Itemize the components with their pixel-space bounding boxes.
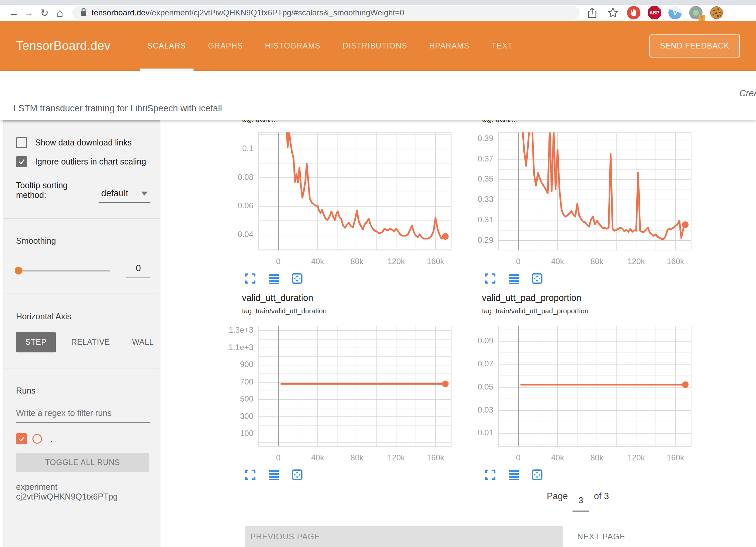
axis-wall-button[interactable]: WALL (125, 332, 160, 352)
show-download-links-checkbox[interactable] (16, 137, 27, 148)
url-path: /experiment/cj2vtPiwQHKN9Q1tx6PTpg/#scal… (149, 8, 404, 17)
url-bar[interactable]: tensorboard.dev/experiment/cj2vtPiwQHKN9… (72, 6, 580, 20)
fullscreen-icon[interactable] (244, 272, 257, 285)
horizontal-axis-section: Horizontal Axis STEP RELATIVE WALL (3, 294, 160, 368)
chart-card-top-left: tag: train/… 0.040.060.080.1040k80k120k1… (223, 120, 453, 285)
content: Show data download links Ignore outliers… (0, 120, 756, 547)
forward-icon[interactable]: → (21, 5, 37, 20)
svg-text:80k: 80k (351, 257, 364, 266)
svg-text:80k: 80k (351, 453, 364, 462)
svg-text:0.39: 0.39 (478, 134, 493, 143)
svg-text:0.29: 0.29 (478, 235, 493, 244)
tab-distributions[interactable]: DISTRIBUTIONS (341, 21, 409, 71)
scalar-chart-svg[interactable]: 0.040.060.080.1040k80k120k160k (223, 132, 453, 269)
page-of-label: of 3 (594, 491, 609, 502)
svg-text:1.3e+3: 1.3e+3 (229, 325, 253, 334)
tab-scalars[interactable]: SCALARS (145, 21, 188, 71)
svg-text:0.31: 0.31 (478, 215, 493, 224)
scalar-chart-svg[interactable]: 0.290.310.330.350.370.39040k80k120k160k (463, 132, 693, 269)
svg-text:0.37: 0.37 (478, 154, 493, 163)
url-text[interactable]: tensorboard.dev/experiment/cj2vtPiwQHKN9… (92, 8, 404, 17)
bookmark-star-icon[interactable] (606, 6, 620, 19)
pagination-buttons: PREVIOUS PAGE NEXT PAGE (245, 526, 756, 547)
home-icon[interactable]: ⌂ (52, 5, 68, 20)
chart-actions (484, 468, 693, 481)
chart-title: valid_utt_duration (242, 293, 453, 303)
view-runs-icon[interactable] (507, 272, 520, 285)
run-row: . (16, 433, 150, 444)
page-number-input[interactable]: 3 (573, 496, 589, 512)
smoothing-label: Smoothing (16, 236, 150, 246)
previous-page-button[interactable]: PREVIOUS PAGE (245, 526, 563, 547)
fullscreen-icon[interactable] (484, 468, 497, 481)
send-feedback-button[interactable]: SEND FEEDBACK (649, 34, 740, 58)
tab-graphs[interactable]: GRAPHS (206, 21, 245, 71)
axis-step-button[interactable]: STEP (16, 332, 56, 352)
privacy-extension-icon[interactable]: 1 (689, 6, 703, 19)
chart-actions (484, 272, 693, 285)
share-icon[interactable] (586, 6, 599, 19)
runs-section: Runs . TOGGLE ALL RUNS experiment cj2vtP… (3, 368, 160, 517)
svg-text:120k: 120k (387, 257, 405, 266)
chart-actions (244, 468, 453, 481)
subheader: Crea LSTM transducer training for LibriS… (0, 71, 756, 120)
smoothing-slider-knob[interactable] (15, 267, 22, 275)
fullscreen-icon[interactable] (244, 468, 257, 481)
svg-text:0.07: 0.07 (478, 359, 493, 368)
svg-text:80k: 80k (591, 257, 604, 266)
svg-text:0: 0 (276, 453, 280, 462)
run-checkbox[interactable] (16, 433, 27, 444)
view-runs-icon[interactable] (267, 468, 280, 481)
reload-icon[interactable]: ↻ (37, 5, 52, 20)
svg-text:0.06: 0.06 (238, 201, 253, 210)
fit-domain-icon[interactable] (291, 468, 303, 481)
abp-extension-icon[interactable]: ABP (648, 6, 661, 19)
view-runs-icon[interactable] (267, 272, 280, 285)
scalar-chart-svg[interactable]: 1003005007009001.1e+31.3e+3040k80k120k16… (223, 323, 453, 466)
svg-text:100: 100 (240, 429, 253, 438)
fullscreen-icon[interactable] (484, 272, 497, 285)
svg-text:0.08: 0.08 (238, 173, 253, 182)
show-download-links-label: Show data download links (35, 138, 132, 147)
tab-hparams[interactable]: HPARAMS (427, 21, 471, 71)
cookie-extension-icon[interactable] (710, 6, 723, 19)
charts-row-2: valid_utt_duration tag: train/valid_utt_… (223, 293, 756, 481)
lock-icon (80, 8, 87, 18)
svg-text:160k: 160k (427, 453, 445, 462)
show-download-links-row[interactable]: Show data download links (16, 137, 150, 148)
app-logo: TensorBoard.dev (16, 39, 111, 53)
ignore-outliers-checkbox[interactable] (16, 156, 27, 167)
v-extension-icon[interactable]: V (668, 6, 682, 19)
svg-text:0: 0 (516, 257, 520, 266)
scalar-chart-svg[interactable]: 0.010.030.050.070.09040k80k120k160k (463, 323, 693, 466)
fit-domain-icon[interactable] (531, 272, 543, 285)
toggle-all-runs-button[interactable]: TOGGLE ALL RUNS (16, 453, 149, 472)
fit-domain-icon[interactable] (291, 272, 303, 285)
page-label: Page (547, 491, 568, 502)
adblock-hand-extension-icon[interactable] (627, 6, 640, 19)
back-icon[interactable]: ← (6, 5, 21, 20)
tooltip-sorting-row: Tooltip sorting method: default (16, 181, 150, 203)
svg-text:160k: 160k (667, 257, 684, 266)
ignore-outliers-row[interactable]: Ignore outliers in chart scaling (16, 156, 150, 167)
tab-text[interactable]: TEXT (490, 21, 515, 71)
svg-text:0: 0 (516, 453, 520, 462)
smoothing-slider[interactable] (16, 270, 110, 271)
axis-relative-button[interactable]: RELATIVE (65, 332, 117, 352)
fit-domain-icon[interactable] (531, 468, 543, 481)
svg-text:80k: 80k (591, 453, 604, 462)
chart-tag-clipped: tag: train/… (482, 120, 693, 124)
svg-text:0.1: 0.1 (242, 144, 253, 153)
run-color-swatch[interactable] (32, 434, 42, 444)
tab-histograms[interactable]: HISTOGRAMS (263, 21, 323, 71)
svg-text:500: 500 (240, 394, 253, 403)
next-page-button[interactable]: NEXT PAGE (575, 532, 627, 542)
created-text-partial: Crea (739, 88, 756, 99)
general-settings-section: Show data download links Ignore outliers… (3, 120, 160, 219)
view-runs-icon[interactable] (507, 468, 520, 481)
tooltip-sorting-dropdown[interactable]: default (99, 188, 150, 203)
svg-text:0.09: 0.09 (478, 336, 493, 345)
smoothing-value-input[interactable]: 0 (126, 263, 150, 278)
runs-regex-input[interactable] (16, 408, 150, 423)
ignore-outliers-label: Ignore outliers in chart scaling (35, 157, 146, 167)
